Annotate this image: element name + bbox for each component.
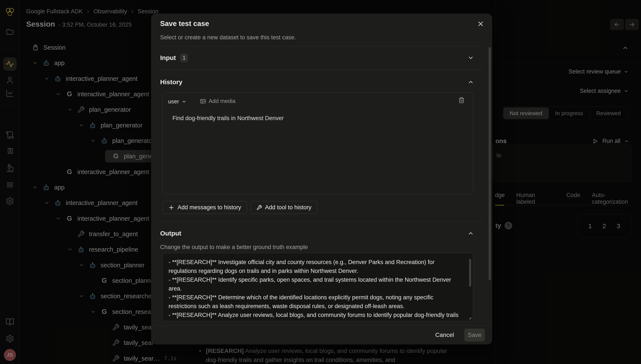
dialog-subtitle: Select or create a new dataset to save t… [160,34,296,41]
add-media-label: Add media [209,98,235,104]
input-section-header[interactable]: Input 1 [160,51,474,64]
modal-scrollbar[interactable] [489,47,491,280]
history-section-label: History [160,78,182,86]
add-tool-label: Add tool to history [265,204,311,211]
image-icon [200,98,206,104]
resize-handle-icon[interactable] [467,315,472,320]
chevron-up-icon[interactable] [467,79,474,85]
divider [160,46,483,46]
output-description: Change the output to make a better groun… [160,244,308,250]
role-value: user [168,98,179,105]
add-tool-button[interactable]: Add tool to history [251,201,317,214]
trash-icon[interactable] [458,97,465,103]
save-button[interactable]: Save [464,328,485,342]
output-textarea[interactable]: - **[RESEARCH]** Investigate official ci… [163,253,473,321]
wrench-icon [256,205,262,210]
output-section-header[interactable]: Output [160,228,474,238]
output-section-label: Output [160,230,181,237]
close-icon[interactable] [477,20,484,28]
role-select[interactable]: user [168,98,186,105]
plus-icon [168,204,175,211]
history-section-header[interactable]: History [160,77,474,87]
chevron-up-icon[interactable] [467,230,474,236]
history-message-card: user Add media Find dog-friendly trails … [162,92,473,194]
add-media-button[interactable]: Add media [200,98,235,104]
add-messages-button[interactable]: Add messages to history [162,201,247,214]
divider [160,221,483,222]
output-scrollbar[interactable] [469,259,471,287]
save-test-case-dialog: Save test case Select or create a new da… [151,14,492,344]
input-count-badge: 1 [180,54,188,62]
cancel-button[interactable]: Cancel [435,332,454,338]
output-editor: - **[RESEARCH]** Investigate official ci… [162,253,473,321]
add-messages-label: Add messages to history [178,204,241,211]
input-section-label: Input [160,54,176,62]
chevron-down-icon[interactable] [467,54,474,61]
dialog-title: Save test case [160,20,209,28]
chevron-down-icon [182,99,186,104]
message-text[interactable]: Find dog-friendly trails in Northwest De… [172,115,284,122]
divider [160,70,483,70]
